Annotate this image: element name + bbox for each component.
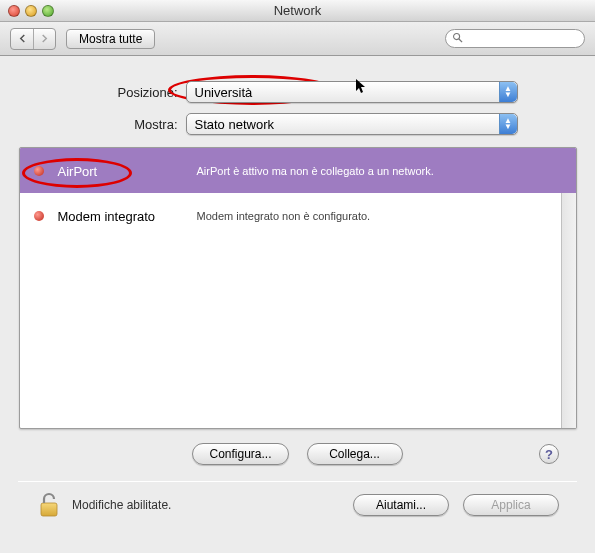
configure-label: Configura... xyxy=(209,447,271,461)
search-input[interactable] xyxy=(467,33,595,45)
apply-button[interactable]: Applica xyxy=(463,494,559,516)
titlebar: Network xyxy=(0,0,595,22)
help-me-button[interactable]: Aiutami... xyxy=(353,494,449,516)
configure-button[interactable]: Configura... xyxy=(192,443,288,465)
help-label: ? xyxy=(545,447,553,462)
location-select[interactable]: Università ▲▼ xyxy=(186,81,518,103)
location-label: Posizione: xyxy=(78,85,178,100)
show-all-label: Mostra tutte xyxy=(79,32,142,46)
select-arrows-icon: ▲▼ xyxy=(499,82,517,102)
interfaces-list: AirPort AirPort è attivo ma non è colleg… xyxy=(19,147,577,429)
show-all-button[interactable]: Mostra tutte xyxy=(66,29,155,49)
nav-buttons xyxy=(10,28,56,50)
svg-point-0 xyxy=(454,33,460,39)
interface-row-airport[interactable]: AirPort AirPort è attivo ma non è colleg… xyxy=(20,148,576,193)
show-value: Stato network xyxy=(195,117,275,132)
interface-desc: AirPort è attivo ma non è collegato a un… xyxy=(197,162,558,177)
content: Posizione: Università ▲▼ Mostra: Stato n… xyxy=(0,56,595,518)
help-me-label: Aiutami... xyxy=(376,498,426,512)
svg-line-1 xyxy=(459,38,462,41)
location-row: Posizione: Università ▲▼ xyxy=(78,81,518,103)
form-rows: Posizione: Università ▲▼ Mostra: Stato n… xyxy=(78,81,518,135)
footer-buttons: Aiutami... Applica xyxy=(353,494,559,516)
status-dot-icon xyxy=(34,166,44,176)
select-arrows-icon: ▲▼ xyxy=(499,114,517,134)
show-row: Mostra: Stato network ▲▼ xyxy=(78,113,518,135)
action-row: Configura... Collega... ? xyxy=(18,443,577,465)
back-button[interactable] xyxy=(11,29,33,49)
show-label: Mostra: xyxy=(78,117,178,132)
window-title: Network xyxy=(0,3,595,18)
interface-desc: Modem integrato non è configurato. xyxy=(197,207,558,222)
interface-row-modem[interactable]: Modem integrato Modem integrato non è co… xyxy=(20,193,576,238)
show-select[interactable]: Stato network ▲▼ xyxy=(186,113,518,135)
separator xyxy=(18,481,577,482)
location-value: Università xyxy=(195,85,253,100)
apply-label: Applica xyxy=(491,498,530,512)
help-button[interactable]: ? xyxy=(539,444,559,464)
forward-button[interactable] xyxy=(33,29,55,49)
search-field[interactable] xyxy=(445,29,585,48)
connect-button[interactable]: Collega... xyxy=(307,443,403,465)
lock-icon[interactable] xyxy=(36,492,62,518)
interface-name: AirPort xyxy=(58,162,183,179)
svg-rect-2 xyxy=(41,503,57,516)
connect-label: Collega... xyxy=(329,447,380,461)
interface-name: Modem integrato xyxy=(58,207,183,224)
status-dot-icon xyxy=(34,211,44,221)
search-icon xyxy=(452,32,463,46)
footer-status: Modifiche abilitate. xyxy=(72,498,343,512)
toolbar: Mostra tutte xyxy=(0,22,595,56)
footer: Modifiche abilitate. Aiutami... Applica xyxy=(18,492,577,518)
